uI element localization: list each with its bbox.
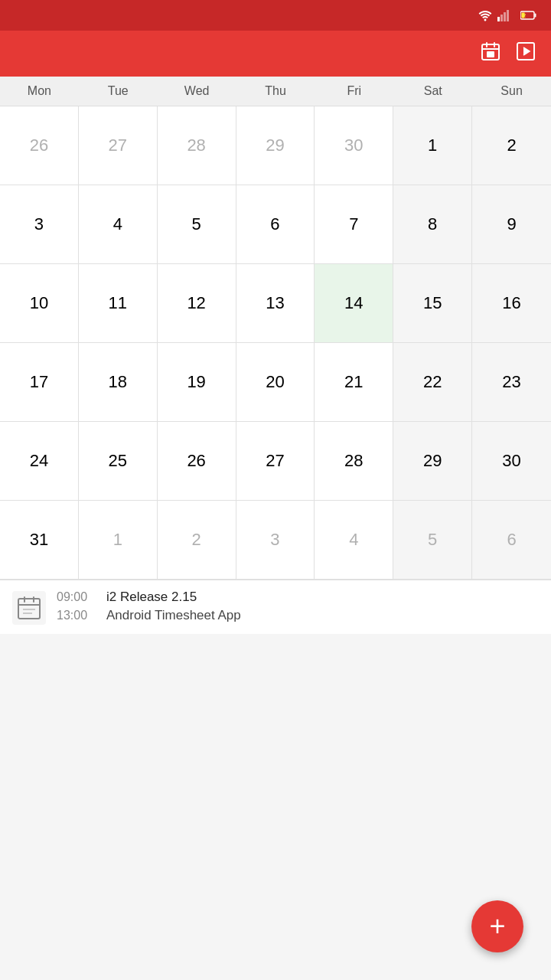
cell-number: 5 [410,518,455,562]
calendar-cell[interactable]: 27 [236,422,315,500]
calendar-cell[interactable]: 29 [393,422,472,500]
calendar-cell[interactable]: 27 [79,106,158,185]
svg-rect-12 [487,51,494,57]
exit-button[interactable] [516,41,536,66]
cell-number: 14 [331,281,376,325]
calendar-week-row: 10111213141516 [0,264,551,343]
calendar-cell[interactable]: 16 [472,264,551,342]
calendar-cell[interactable]: 4 [79,185,158,263]
day-header-wed: Wed [158,77,236,106]
calendar-cell[interactable]: 5 [393,501,472,579]
calendar-cell[interactable]: 8 [393,185,472,263]
svg-rect-0 [497,17,500,21]
signal-icon [497,9,511,21]
calendar-week-row: 24252627282930 [0,422,551,501]
day-header-sat: Sat [393,77,472,106]
calendar-cell[interactable]: 15 [393,264,472,342]
calendar-week-row: 3456789 [0,185,551,264]
add-event-fab[interactable]: + [471,900,523,952]
calendar-cell[interactable]: 4 [315,501,393,579]
cell-number: 23 [490,360,534,404]
calendar-cell[interactable]: 7 [315,185,393,263]
cell-number: 27 [96,123,140,168]
cell-number: 29 [410,439,455,483]
cell-number: 27 [253,439,297,483]
cell-number: 30 [490,439,534,483]
cell-number: 13 [253,281,297,325]
cell-number: 2 [174,518,219,562]
calendar-cell[interactable]: 9 [472,185,551,263]
cell-number: 1 [410,123,455,168]
calendar-cell[interactable]: 10 [0,264,79,342]
calendar-cell[interactable]: 31 [0,501,79,579]
calendar-cell[interactable]: 6 [472,501,551,579]
event-title: i2 Release 2.15 [106,590,197,605]
calendar-cell[interactable]: 2 [158,501,236,579]
calendar-cell[interactable]: 2 [472,106,551,185]
cell-number: 5 [174,202,219,247]
day-header-thu: Thu [236,77,315,106]
calendar-cell[interactable]: 21 [315,343,393,421]
cell-number: 30 [331,123,376,168]
calendar-cell[interactable]: 28 [315,422,393,500]
calendar-cell[interactable]: 20 [236,343,315,421]
calendar-cell[interactable]: 26 [0,106,79,185]
calendar-cell[interactable]: 17 [0,343,79,421]
event-title: Android Timesheet App [106,608,241,623]
calendar-week-row: 31123456 [0,501,551,580]
event-time: 13:00 [57,609,99,622]
list-item[interactable]: 13:00Android Timesheet App [57,608,241,623]
day-headers-row: MonTueWedThuFriSatSun [0,77,551,106]
calendar: MonTueWedThuFriSatSun 262728293012345678… [0,77,551,580]
calendar-cell[interactable]: 29 [236,106,315,185]
calendar-cell[interactable]: 30 [472,422,551,500]
cell-number: 2 [490,123,534,168]
events-list: 09:00i2 Release 2.1513:00Android Timeshe… [57,590,241,623]
svg-rect-2 [504,12,506,21]
cell-number: 16 [490,281,534,325]
list-item[interactable]: 09:00i2 Release 2.15 [57,590,241,605]
cell-number: 31 [17,518,61,562]
calendar-cell[interactable]: 11 [79,264,158,342]
cell-number: 24 [17,439,61,483]
cell-number: 26 [17,123,61,168]
calendar-cell[interactable]: 1 [79,501,158,579]
calendar-cell[interactable]: 26 [158,422,236,500]
calendar-cell[interactable]: 18 [79,343,158,421]
status-icons [478,9,542,21]
calendar-cell[interactable]: 30 [315,106,393,185]
calendar-week-row: 262728293012 [0,106,551,185]
calendar-cell[interactable]: 13 [236,264,315,342]
calendar-cell[interactable]: 28 [158,106,236,185]
calendar-cell[interactable]: 5 [158,185,236,263]
event-time: 09:00 [57,590,99,604]
cell-number: 11 [96,281,140,325]
cell-number: 4 [331,518,376,562]
day-header-mon: Mon [0,77,79,106]
calendar-cell[interactable]: 19 [158,343,236,421]
calendar-cell[interactable]: 3 [0,185,79,263]
calendar-cell[interactable]: 24 [0,422,79,500]
cell-number: 7 [331,202,376,247]
calendar-cell[interactable]: 25 [79,422,158,500]
day-header-fri: Fri [315,77,393,106]
cell-number: 15 [410,281,455,325]
calendar-cell[interactable]: 22 [393,343,472,421]
status-bar [0,0,551,31]
calendar-cell[interactable]: 6 [236,185,315,263]
calendar-grid: 2627282930123456789101112131415161718192… [0,106,551,580]
cell-number: 22 [410,360,455,404]
day-header-tue: Tue [79,77,158,106]
today-button[interactable] [481,41,500,66]
calendar-cell[interactable]: 12 [158,264,236,342]
cell-number: 9 [490,202,534,247]
cell-number: 6 [490,518,534,562]
cell-number: 17 [17,360,61,404]
calendar-cell[interactable]: 1 [393,106,472,185]
cell-number: 19 [174,360,219,404]
cell-number: 20 [253,360,297,404]
calendar-cell[interactable]: 3 [236,501,315,579]
calendar-cell[interactable]: 14 [315,264,393,342]
calendar-cell[interactable]: 23 [472,343,551,421]
svg-rect-3 [507,10,509,21]
